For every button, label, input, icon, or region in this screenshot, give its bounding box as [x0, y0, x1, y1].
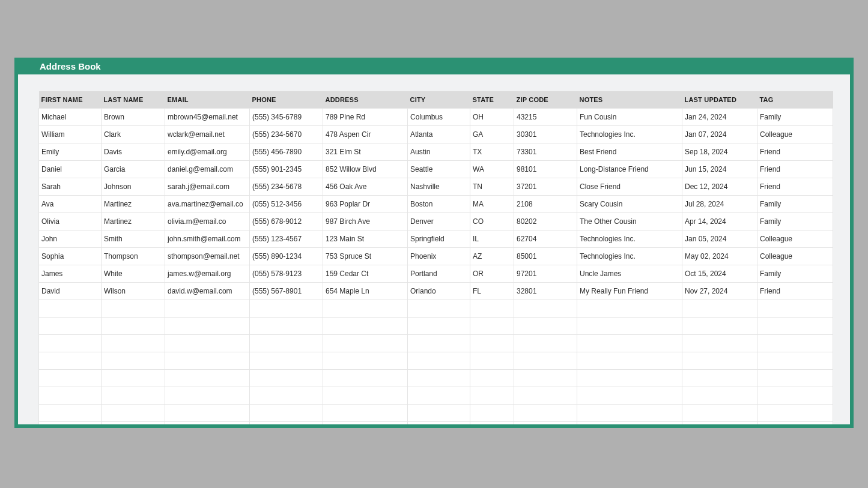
cell-empty[interactable]: [757, 370, 833, 387]
cell-phone[interactable]: (555) 123-4567: [250, 230, 323, 248]
cell-updated[interactable]: May 02, 2024: [682, 248, 757, 265]
cell-empty[interactable]: [323, 405, 408, 422]
cell-last[interactable]: Thompson: [102, 248, 165, 265]
cell-updated[interactable]: Oct 15, 2024: [682, 265, 757, 283]
cell-empty[interactable]: [165, 370, 250, 387]
cell-city[interactable]: Austin: [408, 143, 470, 161]
cell-empty[interactable]: [39, 422, 102, 425]
cell-tag[interactable]: Colleague: [757, 126, 833, 143]
cell-last[interactable]: Davis: [102, 143, 165, 161]
cell-empty[interactable]: [102, 370, 165, 387]
table-row-empty[interactable]: [39, 352, 833, 370]
cell-email[interactable]: david.w@email.com: [165, 283, 250, 300]
cell-address[interactable]: 478 Aspen Cir: [323, 126, 408, 143]
cell-empty[interactable]: [408, 300, 470, 318]
cell-last[interactable]: Clark: [102, 126, 165, 143]
cell-state[interactable]: OR: [470, 265, 514, 283]
cell-last[interactable]: Martinez: [102, 213, 165, 230]
cell-empty[interactable]: [757, 318, 833, 335]
cell-empty[interactable]: [514, 422, 577, 425]
cell-updated[interactable]: Jan 24, 2024: [682, 109, 757, 126]
cell-last[interactable]: Garcia: [102, 161, 165, 178]
cell-empty[interactable]: [408, 387, 470, 405]
cell-empty[interactable]: [577, 387, 682, 405]
cell-empty[interactable]: [165, 405, 250, 422]
col-header-phone[interactable]: PHONE: [250, 91, 323, 109]
cell-empty[interactable]: [323, 318, 408, 335]
cell-empty[interactable]: [514, 387, 577, 405]
cell-empty[interactable]: [682, 405, 757, 422]
cell-tag[interactable]: Family: [757, 265, 833, 283]
cell-empty[interactable]: [577, 335, 682, 352]
cell-zip[interactable]: 85001: [514, 248, 577, 265]
cell-last[interactable]: Wilson: [102, 283, 165, 300]
col-header-first-name[interactable]: FIRST NAME: [39, 91, 102, 109]
cell-city[interactable]: Atlanta: [408, 126, 470, 143]
cell-empty[interactable]: [323, 335, 408, 352]
col-header-last-name[interactable]: LAST NAME: [102, 91, 165, 109]
cell-zip[interactable]: 37201: [514, 178, 577, 196]
cell-empty[interactable]: [323, 422, 408, 425]
cell-email[interactable]: sthompson@email.net: [165, 248, 250, 265]
col-header-notes[interactable]: NOTES: [577, 91, 682, 109]
col-header-city[interactable]: CITY: [408, 91, 470, 109]
cell-empty[interactable]: [470, 387, 514, 405]
cell-empty[interactable]: [757, 387, 833, 405]
col-header-email[interactable]: EMAIL: [165, 91, 250, 109]
cell-empty[interactable]: [250, 422, 323, 425]
cell-empty[interactable]: [514, 300, 577, 318]
cell-empty[interactable]: [757, 335, 833, 352]
cell-empty[interactable]: [470, 352, 514, 370]
cell-phone[interactable]: (555) 234-5670: [250, 126, 323, 143]
cell-email[interactable]: ava.martinez@email.co: [165, 196, 250, 213]
cell-address[interactable]: 963 Poplar Dr: [323, 196, 408, 213]
cell-empty[interactable]: [408, 422, 470, 425]
cell-empty[interactable]: [250, 318, 323, 335]
cell-empty[interactable]: [39, 335, 102, 352]
cell-zip[interactable]: 30301: [514, 126, 577, 143]
cell-empty[interactable]: [39, 318, 102, 335]
col-header-address[interactable]: ADDRESS: [323, 91, 408, 109]
cell-empty[interactable]: [408, 370, 470, 387]
cell-updated[interactable]: Apr 14, 2024: [682, 213, 757, 230]
cell-empty[interactable]: [102, 335, 165, 352]
table-row-empty[interactable]: [39, 387, 833, 405]
cell-empty[interactable]: [470, 335, 514, 352]
cell-state[interactable]: WA: [470, 161, 514, 178]
cell-city[interactable]: Springfield: [408, 230, 470, 248]
cell-city[interactable]: Orlando: [408, 283, 470, 300]
cell-updated[interactable]: Jan 05, 2024: [682, 230, 757, 248]
cell-empty[interactable]: [577, 352, 682, 370]
table-row[interactable]: DanielGarciadaniel.g@email.com(555) 901-…: [39, 161, 833, 178]
cell-empty[interactable]: [408, 352, 470, 370]
cell-email[interactable]: olivia.m@email.co: [165, 213, 250, 230]
cell-empty[interactable]: [250, 352, 323, 370]
cell-notes[interactable]: Technologies Inc.: [577, 248, 682, 265]
cell-empty[interactable]: [514, 352, 577, 370]
cell-empty[interactable]: [102, 318, 165, 335]
cell-last[interactable]: Brown: [102, 109, 165, 126]
cell-state[interactable]: OH: [470, 109, 514, 126]
cell-phone[interactable]: (555) 678-9012: [250, 213, 323, 230]
table-row[interactable]: MichaelBrownmbrown45@email.net(555) 345-…: [39, 109, 833, 126]
table-row-empty[interactable]: [39, 318, 833, 335]
cell-first[interactable]: Sarah: [39, 178, 102, 196]
table-row[interactable]: JohnSmithjohn.smith@email.com(555) 123-4…: [39, 230, 833, 248]
cell-empty[interactable]: [250, 370, 323, 387]
cell-email[interactable]: james.w@email.org: [165, 265, 250, 283]
cell-empty[interactable]: [682, 335, 757, 352]
cell-first[interactable]: Olivia: [39, 213, 102, 230]
cell-notes[interactable]: Scary Cousin: [577, 196, 682, 213]
cell-phone[interactable]: (555) 567-8901: [250, 283, 323, 300]
cell-tag[interactable]: Colleague: [757, 230, 833, 248]
cell-empty[interactable]: [165, 387, 250, 405]
col-header-updated[interactable]: LAST UPDATED: [682, 91, 757, 109]
cell-empty[interactable]: [165, 300, 250, 318]
cell-address[interactable]: 789 Pine Rd: [323, 109, 408, 126]
cell-notes[interactable]: Technologies Inc.: [577, 126, 682, 143]
cell-state[interactable]: IL: [470, 230, 514, 248]
cell-last[interactable]: White: [102, 265, 165, 283]
cell-zip[interactable]: 73301: [514, 143, 577, 161]
cell-address[interactable]: 852 Willow Blvd: [323, 161, 408, 178]
cell-empty[interactable]: [250, 405, 323, 422]
